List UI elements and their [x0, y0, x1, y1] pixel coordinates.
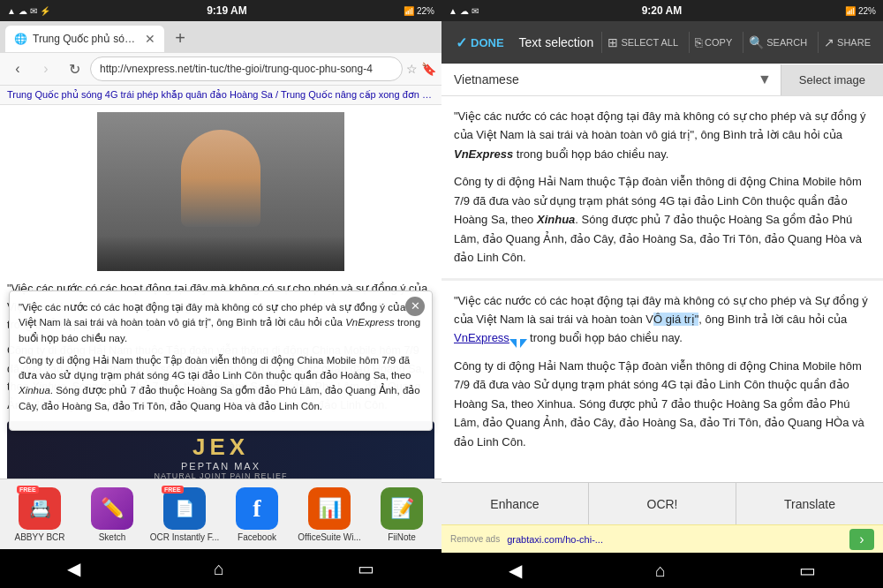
select-image-button[interactable]: Select image — [781, 64, 883, 95]
app-fiinote[interactable]: 📝 FiiNote — [371, 487, 433, 542]
app-officesuite-label: OfficeSuite Wi... — [298, 532, 361, 542]
tab-label: Trung Quốc phủ sóng ... — [33, 33, 140, 45]
app-ocr[interactable]: 📄 FREE OCR Instantly F... — [154, 487, 215, 542]
right-nav-bar: ◀ ⌂ ▭ — [442, 553, 883, 588]
select-all-label: SELECT ALL — [621, 37, 678, 48]
forward-button[interactable]: › — [34, 57, 58, 81]
copy-button[interactable]: ⎘ COPY — [689, 32, 737, 53]
highlighted-text: Ô giá trị" — [653, 313, 698, 326]
app-sketch[interactable]: ✏️ Sketch — [81, 487, 143, 542]
right-status-bar: ▲☁✉ 9:20 AM 📶22% — [442, 0, 883, 21]
translate-button[interactable]: Translate — [736, 483, 883, 524]
app-sketch-label: Sketch — [99, 532, 126, 542]
free-badge: FREE — [17, 486, 39, 494]
popup-overlay: ✕ "Việc các nước có các hoạt động tại đâ… — [9, 290, 433, 431]
right-status-icons: ▲☁✉ — [449, 6, 479, 16]
left-recent-icon[interactable]: ▭ — [358, 558, 374, 579]
selected-para-1: "Việc các nước có các hoạt động tại đây … — [454, 291, 871, 348]
left-nav-bar: ◀ ⌂ ▭ — [0, 549, 442, 588]
select-all-button[interactable]: ⊞ SELECT ALL — [601, 32, 683, 53]
ad-tagline: NATURAL JOINT PAIN RELIEF — [154, 471, 287, 479]
share-label: SHARE — [837, 37, 871, 48]
left-panel: ▲☁✉⚡ 9:19 AM 📶22% 🌐 Trung Quốc phủ sóng … — [0, 0, 442, 588]
ocr-free-badge: FREE — [162, 486, 184, 494]
popup-text-1: "Việc các nước có các hoạt động tại đây … — [19, 300, 423, 346]
app-fiinote-label: FiiNote — [388, 532, 416, 542]
breadcrumb: Trung Quốc phủ sóng 4G trái phép khắp qu… — [0, 86, 442, 105]
article-image — [97, 112, 344, 271]
left-tab-bar: 🌐 Trung Quốc phủ sóng ... ✕ + — [0, 21, 442, 53]
search-label: SEARCH — [766, 37, 807, 48]
done-checkmark-icon: ✓ — [456, 34, 467, 51]
ocr-button[interactable]: OCR! — [589, 483, 736, 524]
toolbar-title: Text selection — [517, 35, 597, 49]
copy-icon: ⎘ — [695, 35, 702, 49]
right-back-icon[interactable]: ◀ — [509, 560, 522, 581]
bottom-action-bar: Enhance OCR! Translate — [442, 482, 883, 524]
remove-ads-label[interactable]: Remove ads — [450, 534, 500, 544]
lang-dropdown-icon: ▼ — [749, 72, 781, 87]
left-status-bar: ▲☁✉⚡ 9:19 AM 📶22% — [0, 0, 442, 21]
left-content-area[interactable]: ✕ "Việc các nước có các hoạt động tại đâ… — [0, 105, 442, 479]
address-input[interactable] — [90, 57, 403, 81]
vnexpress-link[interactable]: VnExpress — [454, 331, 509, 344]
tab-close-icon[interactable]: ✕ — [145, 33, 155, 45]
left-battery-icons: 📶22% — [404, 6, 434, 16]
language-row: Vietnamese English ▼ Select image — [442, 64, 883, 96]
app-abbyy[interactable]: 📇 FREE ABBYY BCR — [9, 487, 71, 542]
back-button[interactable]: ‹ — [5, 57, 30, 81]
ad-arrow-button[interactable]: › — [849, 529, 874, 550]
popup-text-2: Công ty di động Hải Nam thuộc Tập đoàn v… — [19, 353, 423, 414]
star-icon[interactable]: ☆ — [406, 62, 418, 76]
app-facebook[interactable]: f Facebook — [226, 487, 288, 542]
right-content-area[interactable]: "Việc các nước có các hoạt động tại đây … — [442, 96, 883, 482]
right-para-2: Công ty di động Hải Nam thuộc Tập đoàn v… — [454, 172, 871, 267]
ad-url-text[interactable]: grabtaxi.com/ho-chi-... — [507, 534, 842, 545]
cursor-right-icon — [520, 339, 527, 348]
right-home-icon[interactable]: ⌂ — [655, 561, 666, 581]
address-bar-row: ‹ › ↻ ☆ 🔖 — [0, 53, 442, 86]
upper-text-section: "Việc các nước có các hoạt động tại đây … — [442, 96, 883, 281]
bookmark-icon[interactable]: 🔖 — [421, 62, 436, 76]
right-status-time: 9:20 AM — [642, 4, 683, 17]
enhance-button[interactable]: Enhance — [442, 483, 589, 524]
search-button[interactable]: 🔍 SEARCH — [743, 32, 812, 53]
app-facebook-label: Facebook — [238, 532, 276, 542]
selected-text-section: "Việc các nước có các hoạt động tại đây … — [442, 281, 883, 471]
share-icon: ↗ — [824, 35, 834, 49]
chrome-tab[interactable]: 🌐 Trung Quốc phủ sóng ... ✕ — [5, 26, 164, 52]
reload-button[interactable]: ↻ — [62, 57, 87, 81]
right-recent-icon[interactable]: ▭ — [799, 560, 816, 581]
right-para-1: "Việc các nước có các hoạt động tại đây … — [454, 107, 871, 163]
share-button[interactable]: ↗ SHARE — [818, 32, 876, 53]
right-panel: ▲☁✉ 9:20 AM 📶22% ✓ DONE Text selection ⊞… — [442, 0, 883, 588]
select-all-icon: ⊞ — [608, 35, 618, 49]
ad-brand: JEX — [192, 433, 249, 461]
done-button[interactable]: ✓ DONE — [449, 31, 511, 55]
right-toolbar: ✓ DONE Text selection ⊞ SELECT ALL ⎘ COP… — [442, 21, 883, 64]
app-abbyy-label: ABBYY BCR — [14, 532, 64, 542]
breadcrumb-text: Trung Quốc phủ sóng 4G trái phép khắp qu… — [7, 89, 442, 100]
language-select[interactable]: Vietnamese English — [442, 64, 749, 95]
right-battery-icons: 📶22% — [845, 6, 876, 16]
done-label: DONE — [471, 36, 504, 49]
left-back-icon[interactable]: ◀ — [67, 558, 80, 579]
left-status-time: 9:19 AM — [207, 4, 247, 17]
popup-close-button[interactable]: ✕ — [405, 297, 425, 316]
left-home-icon[interactable]: ⌂ — [214, 559, 224, 579]
app-officesuite[interactable]: 📊 OfficeSuite Wi... — [298, 487, 360, 542]
ad-peptan: PEPTAN MAX — [181, 461, 260, 471]
selected-para-2: Công ty di động Hải Nam thuộc Tập đoàn v… — [454, 357, 871, 451]
copy-label: COPY — [705, 37, 732, 48]
ad-bottom-bar: Remove ads grabtaxi.com/ho-chi-... › — [442, 524, 883, 553]
left-status-icons: ▲☁✉⚡ — [7, 6, 50, 16]
search-icon: 🔍 — [749, 35, 764, 49]
app-ocr-label: OCR Instantly F... — [150, 532, 219, 542]
cursor-left-icon — [509, 339, 517, 348]
new-tab-button[interactable]: + — [168, 26, 192, 51]
bottom-app-bar: 📇 FREE ABBYY BCR ✏️ Sketch 📄 FREE OCR In… — [0, 479, 442, 549]
